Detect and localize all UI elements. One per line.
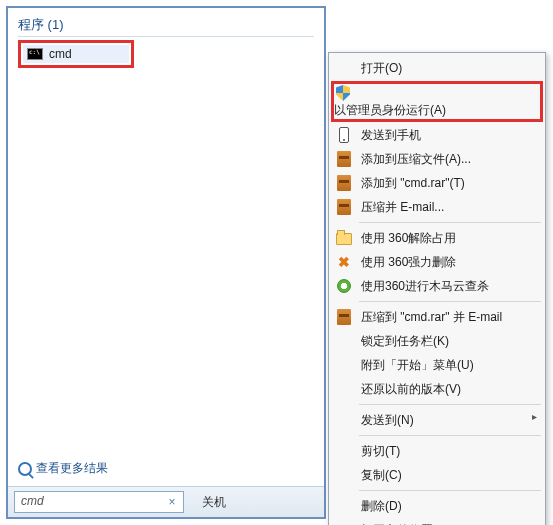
blank-icon [335,442,353,460]
rar-icon [335,308,353,326]
menu-pin-taskbar-label: 锁定到任务栏(K) [361,333,449,350]
blank-icon [335,497,353,515]
delete-icon: ✖ [335,253,353,271]
menu-separator [359,435,541,436]
menu-360-trojan-scan[interactable]: 使用360进行木马云查杀 [331,274,543,298]
menu-send-to-phone-label: 发送到手机 [361,127,421,144]
context-menu: 打开(O) 以管理员身份运行(A) 发送到手机 添加到压缩文件(A)... 添加… [328,52,546,525]
menu-zip-email[interactable]: 压缩并 E-mail... [331,195,543,219]
menu-send-to[interactable]: 发送到(N) [331,408,543,432]
menu-delete-label: 删除(D) [361,498,402,515]
menu-360-release[interactable]: 使用 360解除占用 [331,226,543,250]
menu-delete[interactable]: 删除(D) [331,494,543,518]
start-search-pane: 程序 (1) cmd 查看更多结果 cmd × 关机 [6,6,326,519]
see-more-label: 查看更多结果 [36,460,108,477]
highlight-cmd-result: cmd [18,40,134,68]
menu-360-trojan-scan-label: 使用360进行木马云查杀 [361,278,489,295]
menu-pin-start[interactable]: 附到「开始」菜单(U) [331,353,543,377]
shield-icon [334,84,352,102]
menu-send-to-phone[interactable]: 发送到手机 [331,123,543,147]
see-more-results[interactable]: 查看更多结果 [18,460,108,477]
menu-pin-start-label: 附到「开始」菜单(U) [361,357,474,374]
menu-cut[interactable]: 剪切(T) [331,439,543,463]
menu-separator [359,301,541,302]
menu-zip-email-label: 压缩并 E-mail... [361,199,444,216]
menu-restore-previous[interactable]: 还原以前的版本(V) [331,377,543,401]
start-bottom-bar: cmd × 关机 [8,486,324,517]
search-icon [18,462,32,476]
menu-open-file-location[interactable]: 打开文件位置(I) [331,518,543,525]
search-result-cmd[interactable]: cmd [23,45,129,63]
menu-cut-label: 剪切(T) [361,443,400,460]
menu-open-label: 打开(O) [361,60,402,77]
search-result-label: cmd [49,47,72,61]
menu-zip-rar-email-label: 压缩到 "cmd.rar" 并 E-mail [361,309,502,326]
rar-icon [335,150,353,168]
blank-icon [335,380,353,398]
shutdown-button[interactable]: 关机 [192,492,236,513]
menu-restore-previous-label: 还原以前的版本(V) [361,381,461,398]
blank-icon [335,466,353,484]
search-input[interactable]: cmd × [14,491,184,513]
section-separator [18,36,314,37]
menu-separator [359,222,541,223]
menu-open[interactable]: 打开(O) [331,56,543,80]
blank-icon [335,356,353,374]
blank-icon [335,411,353,429]
clear-search-icon[interactable]: × [165,495,179,509]
highlight-run-admin: 以管理员身份运行(A) [331,81,543,122]
menu-add-to-archive-label: 添加到压缩文件(A)... [361,151,471,168]
menu-separator [359,490,541,491]
rar-icon [335,174,353,192]
menu-run-as-admin-label: 以管理员身份运行(A) [334,103,446,117]
menu-send-to-label: 发送到(N) [361,412,414,429]
gear360-icon [335,277,353,295]
menu-open-file-location-label: 打开文件位置(I) [361,522,444,526]
menu-zip-rar-email[interactable]: 压缩到 "cmd.rar" 并 E-mail [331,305,543,329]
phone-icon [335,126,353,144]
menu-add-to-rar-label: 添加到 "cmd.rar"(T) [361,175,465,192]
cmd-icon [27,48,43,60]
menu-add-to-archive[interactable]: 添加到压缩文件(A)... [331,147,543,171]
menu-360-force-delete[interactable]: ✖ 使用 360强力删除 [331,250,543,274]
menu-pin-taskbar[interactable]: 锁定到任务栏(K) [331,329,543,353]
blank-icon [335,332,353,350]
menu-360-force-delete-label: 使用 360强力删除 [361,254,456,271]
section-title-programs: 程序 (1) [18,16,314,34]
blank-icon [335,521,353,525]
blank-icon [335,59,353,77]
menu-run-as-admin[interactable]: 以管理员身份运行(A) [334,84,446,119]
menu-separator [359,404,541,405]
menu-360-release-label: 使用 360解除占用 [361,230,456,247]
menu-copy-label: 复制(C) [361,467,402,484]
search-input-value: cmd [21,494,44,508]
menu-add-to-rar[interactable]: 添加到 "cmd.rar"(T) [331,171,543,195]
rar-icon [335,198,353,216]
folder-icon [335,229,353,247]
menu-copy[interactable]: 复制(C) [331,463,543,487]
